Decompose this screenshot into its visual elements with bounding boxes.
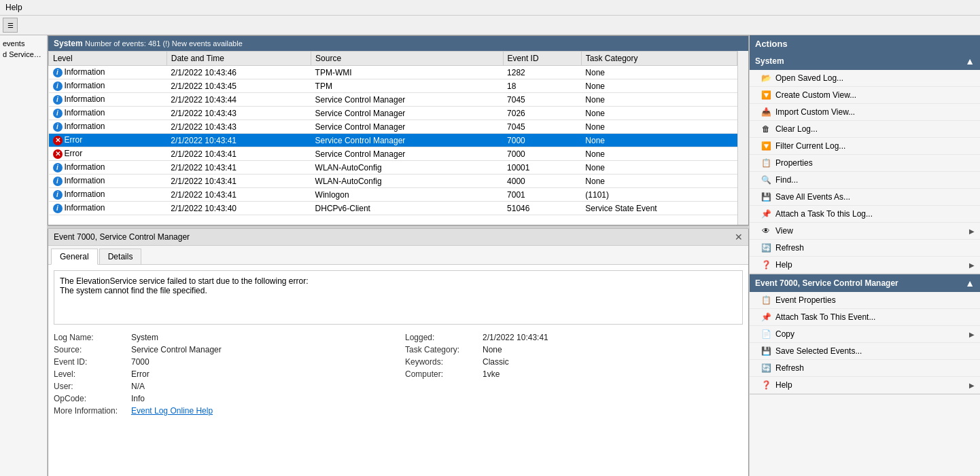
table-row[interactable]: iInformation 2/1/2022 10:43:40 DHCPv6-Cl… [49,202,737,215]
refresh-icon: 🔄 [760,363,771,373]
cell-eventid: 7045 [503,93,581,107]
table-wrapper: Level Date and Time Source Event ID Task… [48,51,748,225]
system-actions-section: System ▲ 📂 Open Saved Log... 🔽 Create Cu… [750,52,980,274]
system-action-item[interactable]: 💾 Save All Events As... [750,189,980,206]
col-eventid: Event ID [503,52,581,66]
cell-level: ✕Error [49,147,167,161]
event-section-title: Event 7000, Service Control Manager [755,278,898,288]
detail-close-button[interactable]: ✕ [735,232,743,242]
taskcategory-value: None [483,345,502,354]
table-row[interactable]: ✕Error 2/1/2022 10:43:41 Service Control… [49,134,737,147]
table-scroll[interactable]: Level Date and Time Source Event ID Task… [48,51,737,225]
event-action-item[interactable]: 📄 Copy ▶ [750,326,980,343]
cell-source: Service Control Manager [311,93,504,107]
log-title: System [54,39,83,48]
submenu-arrow-icon: ▶ [969,331,975,338]
cell-level: iInformation [49,161,167,175]
detail-header: Event 7000, Service Control Manager ✕ [48,229,748,246]
system-action-item[interactable]: 🗑 Clear Log... [750,121,980,138]
field-computer: Computer: 1vke [405,369,743,379]
cell-eventid: 7000 [503,147,581,161]
col-source: Source [311,52,504,66]
folder-open-icon: 📂 [760,73,771,84]
cell-taskcategory: None [581,134,737,147]
cell-level: iInformation [49,188,167,202]
cell-source: TPM-WMI [311,66,504,79]
system-action-item[interactable]: 📂 Open Saved Log... [750,70,980,87]
info-icon: i [53,68,63,77]
system-action-item[interactable]: ❓ Help ▶ [750,257,980,274]
system-action-item[interactable]: 📌 Attach a Task To this Log... [750,206,980,223]
col-taskcategory: Task Category [581,52,737,66]
sidebar-item-services[interactable]: d Services Lo [0,49,47,60]
vertical-scrollbar[interactable] [737,51,748,225]
system-action-item[interactable]: 🔍 Find... [750,172,980,189]
action-label: Event Properties [775,295,836,305]
filter-icon: 🔽 [760,141,771,151]
system-section-header[interactable]: System ▲ [750,52,980,70]
submenu-arrow-icon: ▶ [969,382,975,389]
table-row[interactable]: iInformation 2/1/2022 10:43:43 Service C… [49,107,737,120]
event-action-item[interactable]: 📌 Attach Task To This Event... [750,309,980,326]
cell-datetime: 2/1/2022 10:43:40 [167,202,311,215]
action-label: Save All Events As... [775,192,850,202]
field-moreinfo: More Information: Event Log Online Help [54,406,391,416]
eventid-value: 7000 [131,357,150,367]
info-icon: i [53,122,63,132]
table-row[interactable]: iInformation 2/1/2022 10:43:41 WLAN-Auto… [49,175,737,188]
computer-label: Computer: [405,369,480,379]
sidebar-item-events[interactable]: events [0,38,47,49]
tab-general[interactable]: General [51,249,98,265]
cell-datetime: 2/1/2022 10:43:43 [167,120,311,134]
cell-datetime: 2/1/2022 10:43:41 [167,161,311,175]
content-area: System Number of events: 481 (!) New eve… [48,35,749,476]
task-icon: 📌 [760,208,771,219]
save-icon: 💾 [760,191,771,202]
action-label: Filter Current Log... [775,141,845,151]
info-icon: i [53,95,63,105]
event-section-header[interactable]: Event 7000, Service Control Manager ▲ [750,274,980,292]
table-row[interactable]: iInformation 2/1/2022 10:43:46 TPM-WMI 1… [49,66,737,79]
event-action-item[interactable]: 💾 Save Selected Events... [750,343,980,360]
action-label: Clear Log... [775,124,818,134]
action-label: Attach Task To This Event... [775,312,875,322]
system-action-item[interactable]: 👁 View ▶ [750,223,980,240]
tab-details[interactable]: Details [99,249,142,264]
table-row[interactable]: iInformation 2/1/2022 10:43:41 Winlogon … [49,188,737,202]
actions-panel: Actions System ▲ 📂 Open Saved Log... 🔽 C… [749,35,980,476]
source-value: Service Control Manager [131,345,222,354]
clear-icon: 🗑 [760,124,771,134]
table-row[interactable]: iInformation 2/1/2022 10:43:41 WLAN-Auto… [49,161,737,175]
system-action-item[interactable]: 📥 Import Custom View... [750,104,980,121]
col-datetime: Date and Time [167,52,311,66]
col-level: Level [49,52,167,66]
field-source: Source: Service Control Manager [54,345,391,354]
system-action-item[interactable]: 📋 Properties [750,155,980,172]
table-row[interactable]: iInformation 2/1/2022 10:43:44 Service C… [49,93,737,107]
taskcategory-label: Task Category: [405,345,480,354]
event-action-item[interactable]: ❓ Help ▶ [750,377,980,394]
cell-level: iInformation [49,93,167,107]
cell-eventid: 51046 [503,202,581,215]
table-row[interactable]: iInformation 2/1/2022 10:43:43 Service C… [49,120,737,134]
event-action-item[interactable]: 📋 Event Properties [750,292,980,309]
toolbar-button[interactable]: ☰ [3,18,18,33]
event-action-item[interactable]: 🔄 Refresh [750,360,980,377]
system-action-item[interactable]: 🔄 Refresh [750,240,980,257]
table-row[interactable]: ✕Error 2/1/2022 10:43:41 Service Control… [49,147,737,161]
logname-label: Log Name: [54,333,128,342]
table-row[interactable]: iInformation 2/1/2022 10:43:45 TPM 18 No… [49,79,737,93]
info-icon: i [53,177,63,186]
moreinfo-link[interactable]: Event Log Online Help [131,406,213,416]
event-actions-section: Event 7000, Service Control Manager ▲ 📋 … [750,274,980,395]
system-action-item[interactable]: 🔽 Create Custom View... [750,87,980,104]
moreinfo-label: More Information: [54,406,128,416]
eventid-label: Event ID: [54,357,128,367]
event-collapse-icon: ▲ [965,278,975,289]
opcode-value: Info [131,394,145,403]
computer-value: 1vke [483,369,500,379]
cell-source: WLAN-AutoConfig [311,161,504,175]
event-table: Level Date and Time Source Event ID Task… [48,51,737,215]
system-action-item[interactable]: 🔽 Filter Current Log... [750,138,980,155]
help-menu[interactable]: Help [3,1,25,14]
